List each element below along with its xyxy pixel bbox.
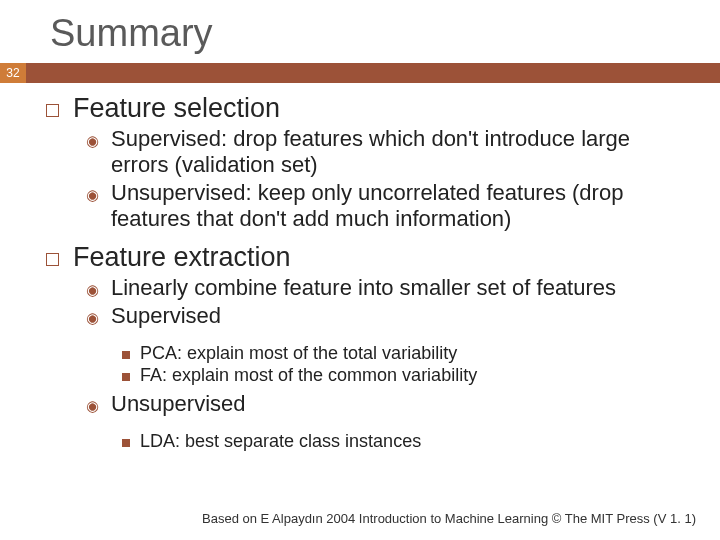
content-area: Feature selection ◉ Supervised: drop fea…	[0, 83, 720, 461]
level3-label: FA: explain most of the common variabili…	[140, 365, 477, 386]
list-item: PCA: explain most of the total variabili…	[122, 343, 690, 364]
list-item: ◉ Supervised: drop features which don't …	[86, 126, 690, 178]
page-number-badge: 32	[0, 63, 26, 83]
accent-ribbon: 32	[0, 63, 720, 83]
target-bullet-icon: ◉	[86, 184, 99, 206]
list-item: Feature selection ◉ Supervised: drop fea…	[46, 93, 690, 238]
solid-square-bullet-icon	[122, 373, 130, 381]
level1-list: Feature selection ◉ Supervised: drop fea…	[46, 93, 690, 461]
level2-label: Unsupervised: keep only uncorrelated fea…	[111, 180, 690, 232]
list-item: Feature extraction ◉ Linearly combine fe…	[46, 242, 690, 461]
target-bullet-icon: ◉	[86, 279, 99, 301]
level1-label: Feature extraction	[73, 242, 291, 273]
target-bullet-icon: ◉	[86, 395, 99, 417]
slide: Summary 32 Feature selection ◉ Supervise…	[0, 0, 720, 540]
target-bullet-icon: ◉	[86, 307, 99, 329]
solid-square-bullet-icon	[122, 439, 130, 447]
solid-square-bullet-icon	[122, 351, 130, 359]
level3-label: PCA: explain most of the total variabili…	[140, 343, 457, 364]
level2-label: Supervised: drop features which don't in…	[111, 126, 690, 178]
level1-label: Feature selection	[73, 93, 280, 124]
level2-label: Supervised	[111, 303, 221, 329]
target-bullet-icon: ◉	[86, 130, 99, 152]
level3-list: LDA: best separate class instances	[86, 429, 690, 455]
level3-label: LDA: best separate class instances	[140, 431, 421, 452]
list-item: ◉ Supervised PCA: explain most of the to…	[86, 303, 690, 389]
level2-list: ◉ Supervised: drop features which don't …	[46, 124, 690, 238]
list-item: ◉ Linearly combine feature into smaller …	[86, 275, 690, 301]
level2-label: Linearly combine feature into smaller se…	[111, 275, 616, 301]
level2-label: Unsupervised	[111, 391, 246, 417]
slide-title: Summary	[0, 0, 720, 63]
level3-list: PCA: explain most of the total variabili…	[86, 341, 690, 389]
list-item: LDA: best separate class instances	[122, 431, 690, 452]
square-bullet-icon	[46, 253, 59, 266]
footer-citation: Based on E Alpaydın 2004 Introduction to…	[202, 511, 696, 526]
square-bullet-icon	[46, 104, 59, 117]
list-item: FA: explain most of the common variabili…	[122, 365, 690, 386]
list-item: ◉ Unsupervised: keep only uncorrelated f…	[86, 180, 690, 232]
level2-list: ◉ Linearly combine feature into smaller …	[46, 273, 690, 461]
list-item: ◉ Unsupervised LDA: best separate class …	[86, 391, 690, 455]
